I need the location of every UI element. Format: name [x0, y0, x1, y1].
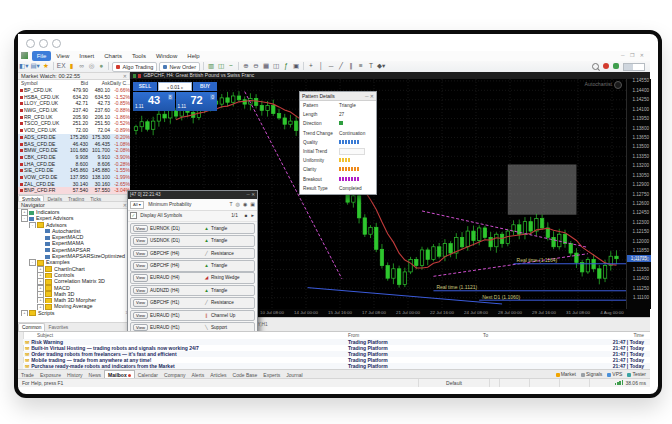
market-watch-row[interactable]: BMW_CFD.DE101.680101.700-2.08%: [18, 147, 130, 154]
dock-item-market[interactable]: Market: [556, 370, 576, 378]
alerts-icon[interactable]: ◎: [86, 61, 96, 71]
view-button[interactable]: View: [133, 274, 148, 282]
view-button[interactable]: View: [133, 250, 148, 258]
view-button[interactable]: View: [133, 225, 148, 233]
algo-trading-button[interactable]: Algo Trading: [112, 62, 157, 72]
bid-price[interactable]: 1.11438: [133, 92, 175, 111]
ask-price[interactable]: 1.11720: [176, 92, 218, 111]
trendline-icon[interactable]: ╱: [336, 61, 346, 71]
market-watch-row[interactable]: VOD_CFD.UK72.0072.04-0.89%: [18, 127, 130, 134]
collapse-icon[interactable]: -: [29, 259, 36, 265]
profiles-icon[interactable]: ▤▾: [29, 61, 40, 71]
market-watch-row[interactable]: ZAL_CFD.DE30.14030.160-2.65%: [18, 181, 130, 188]
stop-icon[interactable]: ■: [245, 211, 248, 221]
autochartist-tool-icon-1[interactable]: ◉: [243, 199, 247, 210]
sell-button[interactable]: SELL: [133, 82, 157, 91]
market-watch-row[interactable]: VOW_CFD.DE137.950138.100-1.99%: [18, 174, 130, 181]
view-button[interactable]: View: [133, 262, 148, 270]
line-chart-icon[interactable]: ~: [226, 61, 236, 71]
view-button[interactable]: View: [133, 312, 148, 320]
community-user-icon[interactable]: [613, 63, 619, 69]
expand-icon[interactable]: +: [37, 285, 44, 291]
navigator-item-scripts[interactable]: +Scripts: [18, 310, 130, 316]
channel-icon[interactable]: ∥: [346, 61, 356, 71]
new-order-button[interactable]: New Order: [159, 62, 200, 72]
pattern-result-row[interactable]: ViewUSDNOK (D1)▲Triangle: [130, 235, 255, 247]
fibonacci-icon[interactable]: ≡: [356, 61, 366, 71]
window-close-icon[interactable]: [26, 39, 35, 48]
zoom-in-icon[interactable]: ⊕: [241, 61, 251, 71]
search-icon[interactable]: [592, 63, 599, 70]
popup-controls[interactable]: ─ ✕: [247, 191, 255, 199]
pattern-result-row[interactable]: ViewGBPCHF (H1)╱Resistance: [130, 297, 255, 309]
market-watch-row[interactable]: RR_CFD.UK205.90206.10-1.86%: [18, 114, 130, 121]
menu-item-window[interactable]: Window: [151, 51, 182, 61]
market-watch-row[interactable]: ADS_CFD.DE175.260175.300-0.20%: [18, 134, 130, 141]
play-icon[interactable]: ►: [251, 211, 255, 221]
dock-item-vps[interactable]: VPS: [607, 370, 622, 378]
menu-item-file[interactable]: File: [32, 51, 52, 61]
text-icon[interactable]: T: [366, 61, 376, 71]
pattern-result-row[interactable]: ViewGBPCHF (H4)▲Triangle: [130, 260, 255, 272]
popup-controls[interactable]: ─ ✕: [365, 92, 374, 100]
autochartist-header[interactable]: [47 0] 22:21:43 ─ ✕: [128, 191, 257, 199]
notifications-icon[interactable]: [603, 63, 609, 69]
new-chart-icon[interactable]: ◧▾: [18, 61, 29, 71]
menu-item-insert[interactable]: Insert: [74, 51, 99, 61]
window-minimize-icon[interactable]: [39, 39, 48, 48]
zoom-out-icon[interactable]: ⊖: [251, 61, 261, 71]
menu-item-help[interactable]: Help: [182, 51, 204, 61]
market-watch-row[interactable]: SIE_CFD.DE145.860145.880-1.55%: [18, 167, 130, 174]
vline-icon[interactable]: │: [316, 61, 326, 71]
dock-item-tester[interactable]: Tester: [627, 370, 646, 378]
market-watch-row[interactable]: NWG_CFD.UK237.40237.60-0.88%: [18, 107, 130, 114]
crosshair-icon[interactable]: +: [306, 61, 316, 71]
dock-item-signals[interactable]: Signals: [581, 370, 602, 378]
autochartist-tool-icon-3[interactable]: T: [229, 199, 232, 210]
candles-chart-icon[interactable]: ◫: [216, 61, 226, 71]
view-button[interactable]: View: [133, 299, 148, 307]
pattern-result-row[interactable]: ViewEURNOK (D1)▲Triangle: [130, 223, 255, 235]
menu-item-view[interactable]: View: [51, 51, 74, 61]
buy-button[interactable]: BUY: [193, 82, 217, 91]
tile-windows-icon[interactable]: ◫: [271, 61, 281, 71]
expand-icon[interactable]: +: [37, 304, 44, 310]
hline-icon[interactable]: ─: [326, 61, 336, 71]
menu-item-tools[interactable]: Tools: [127, 51, 151, 61]
objects-icon[interactable]: ▣: [291, 61, 301, 71]
window-zoom-icon[interactable]: [52, 39, 61, 48]
market-watch-row[interactable]: BNP_CFD.FR57.54057.550-3.04%: [18, 187, 130, 194]
view-button[interactable]: View: [133, 237, 148, 245]
mw-column-3[interactable]: Daily C...: [110, 80, 130, 87]
pattern-result-row[interactable]: ViewGBPCHF (H4)╱Resistance: [130, 248, 255, 260]
grid-icon[interactable]: ▦: [261, 61, 271, 71]
autochartist-tool-icon-0[interactable]: ▣: [250, 199, 255, 210]
close-icon[interactable]: ✕: [123, 73, 127, 80]
probability-combobox[interactable]: All ▾: [130, 201, 144, 209]
market-watch-row[interactable]: LLOY_CFD.UK42.7142.73-0.85%: [18, 100, 130, 107]
market-watch-row[interactable]: BAS_CFD.DE46.43046.435-1.08%: [18, 141, 130, 148]
favorites-icon[interactable]: ★: [41, 61, 51, 71]
mw-column-2[interactable]: Ask: [88, 80, 110, 87]
pattern-details-header[interactable]: Pattern Details ─ ✕: [300, 92, 376, 101]
shapes-icon[interactable]: ◆▾: [376, 61, 386, 71]
pattern-result-row[interactable]: ViewEURAUD (H1)∥Channel Up: [130, 310, 255, 322]
expand-icon[interactable]: +: [37, 278, 44, 284]
market-watch-row[interactable]: CBK_CFD.DE9.9089.910-3.90%: [18, 154, 130, 161]
mw-column-0[interactable]: Symbol: [18, 80, 64, 87]
globe-icon[interactable]: ●: [96, 61, 106, 71]
pattern-result-row[interactable]: ViewAUDNZD (H4)▲Triangle: [130, 285, 255, 297]
menu-item-charts[interactable]: Charts: [99, 51, 127, 61]
market-watch-row[interactable]: TSCO_CFD.UK251.20251.50-0.52%: [18, 120, 130, 127]
exchange-icon[interactable]: EX: [56, 61, 67, 71]
navigator-tab-common[interactable]: Common: [18, 323, 45, 331]
lock-icon[interactable]: ▮: [66, 61, 76, 71]
indicators-icon[interactable]: ƒ: [281, 61, 291, 71]
navigator-tab-favorites[interactable]: Favorites: [45, 324, 71, 331]
display-all-checkbox[interactable]: ✓: [130, 212, 137, 219]
pattern-result-row[interactable]: ViewEURAUD (H4)◢Rising Wedge: [130, 272, 255, 284]
mw-column-1[interactable]: Bid: [64, 80, 88, 87]
bars-chart-icon[interactable]: ▥: [206, 61, 216, 71]
autochartist-tool-icon-2[interactable]: ◎: [236, 199, 240, 210]
market-watch-row[interactable]: HSBA_CFD.UK634.20634.50-1.52%: [18, 94, 130, 101]
